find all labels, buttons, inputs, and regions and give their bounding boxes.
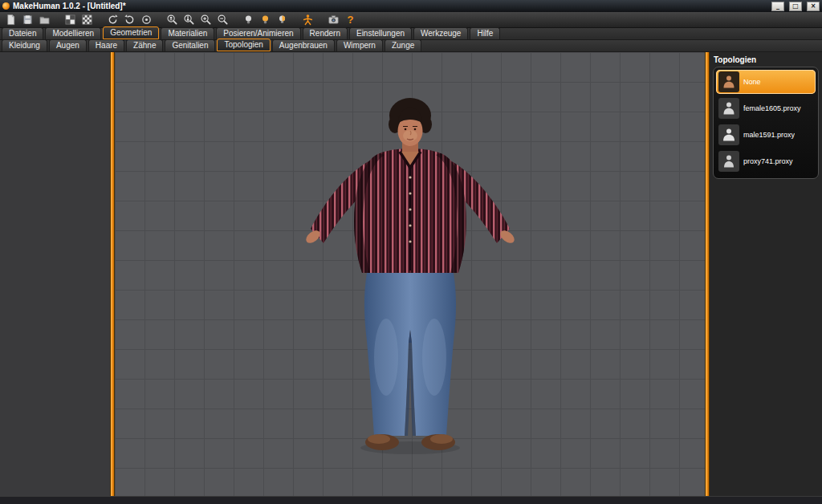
topology-item-male1591[interactable]: male1591.proxy (716, 123, 816, 147)
zoom-body-button[interactable] (181, 13, 197, 27)
topology-thumbnail (718, 98, 739, 119)
right-panel: Topologien None female1605.proxy (710, 52, 822, 496)
topology-thumbnail (718, 124, 739, 145)
topology-item-label: male1591.proxy (743, 131, 795, 139)
new-file-button[interactable] (3, 13, 18, 27)
light-side-icon (276, 14, 288, 26)
tab-einstellungen[interactable]: Einstellungen (349, 27, 412, 39)
zoom-out-icon (217, 14, 229, 26)
pose-mode-button[interactable] (300, 13, 315, 27)
screenshot-icon (328, 14, 340, 26)
save-icon (22, 14, 34, 26)
topology-thumbnail (718, 151, 739, 172)
light-top-icon (259, 14, 271, 26)
body-thumbnail-icon (721, 74, 737, 90)
subdivision-toggle-button[interactable] (79, 13, 95, 27)
topologies-panel-title: Topologien (714, 55, 819, 64)
topology-item-label: None (743, 78, 761, 86)
tab-genitalien[interactable]: Genitalien (165, 39, 215, 51)
maximize-button[interactable]: □ (789, 2, 802, 11)
rotate-left-button[interactable] (105, 13, 120, 27)
tab-haare[interactable]: Haare (88, 39, 124, 51)
light-top-button[interactable] (258, 13, 273, 27)
reset-view-icon (140, 14, 153, 26)
reset-view-button[interactable] (139, 13, 154, 27)
window-title: MakeHuman 1.0.2 - [Untitled]* (13, 2, 767, 10)
light-front-button[interactable] (241, 13, 256, 27)
human-model (290, 92, 531, 465)
rotate-right-button[interactable] (122, 13, 137, 27)
tab-modellieren[interactable]: Modellieren (45, 27, 101, 39)
minimize-button[interactable]: _ (771, 2, 784, 11)
help-button[interactable]: ? (343, 13, 358, 27)
body-thumbnail-icon (721, 153, 737, 169)
tab-geometrien[interactable]: Geometrien (103, 26, 159, 39)
zoom-body-icon (183, 14, 195, 26)
zoom-face-button[interactable] (165, 13, 180, 27)
zoom-in-icon (200, 14, 212, 26)
subdivision-toggle-icon (81, 14, 93, 26)
topology-item-label: female1605.proxy (743, 104, 801, 112)
topology-item-none[interactable]: None (716, 70, 816, 94)
tab-rendern[interactable]: Rendern (303, 27, 348, 39)
zoom-out-button[interactable] (215, 13, 230, 27)
light-front-icon (242, 14, 254, 26)
tab-zunge[interactable]: Zunge (385, 39, 421, 51)
zoom-in-button[interactable] (198, 13, 214, 27)
rotate-right-icon (124, 14, 136, 26)
tab-kleidung[interactable]: Kleidung (2, 39, 47, 51)
screenshot-button[interactable] (326, 13, 341, 27)
help-icon: ? (348, 14, 354, 25)
rotate-left-icon (107, 14, 119, 26)
tab-zaehne[interactable]: Zähne (126, 39, 163, 51)
topology-item-proxy741[interactable]: proxy741.proxy (716, 149, 816, 173)
grid-toggle-button[interactable] (63, 13, 78, 27)
human-model-render (290, 92, 531, 461)
tab-wimpern[interactable]: Wimpern (336, 39, 383, 51)
tab-werkzeuge[interactable]: Werkzeuge (413, 27, 468, 39)
save-button[interactable] (20, 13, 35, 27)
sub-tab-bar: Kleidung Augen Haare Zähne Genitalien To… (0, 40, 822, 52)
tab-augen[interactable]: Augen (49, 39, 87, 51)
tab-posieren-animieren[interactable]: Posieren/Animieren (216, 27, 300, 39)
app-icon (2, 2, 10, 10)
light-side-button[interactable] (275, 13, 290, 27)
workspace: Topologien None female1605.proxy (0, 52, 822, 496)
left-panel (0, 52, 110, 496)
topology-item-female1605[interactable]: female1605.proxy (716, 96, 816, 120)
tab-materialien[interactable]: Materialien (161, 27, 214, 39)
topology-item-label: proxy741.proxy (743, 157, 793, 165)
topology-list: None female1605.proxy male1591.proxy (713, 67, 819, 179)
tab-augenbrauen[interactable]: Augenbrauen (272, 39, 335, 51)
toolbar: ? (0, 12, 822, 28)
body-thumbnail-icon (721, 100, 737, 116)
close-button[interactable]: × (807, 2, 820, 11)
main-tab-bar: Dateien Modellieren Geometrien Materiali… (0, 28, 822, 40)
tab-dateien[interactable]: Dateien (2, 27, 43, 39)
viewport-3d[interactable] (115, 52, 705, 496)
status-bar (0, 496, 822, 504)
topology-thumbnail (718, 71, 739, 92)
tab-hilfe[interactable]: Hilfe (470, 27, 500, 39)
titlebar: MakeHuman 1.0.2 - [Untitled]* _ □ × (0, 0, 822, 12)
pose-mode-icon (302, 14, 314, 26)
grid-toggle-icon (64, 14, 76, 26)
zoom-face-icon (166, 14, 178, 26)
makehuman-window: MakeHuman 1.0.2 - [Untitled]* _ □ × ? Da… (0, 0, 822, 504)
tab-topologien[interactable]: Topologien (217, 39, 270, 51)
folder-icon (39, 14, 51, 26)
new-file-icon (5, 14, 17, 26)
load-button[interactable] (37, 13, 52, 27)
body-thumbnail-icon (721, 127, 737, 143)
